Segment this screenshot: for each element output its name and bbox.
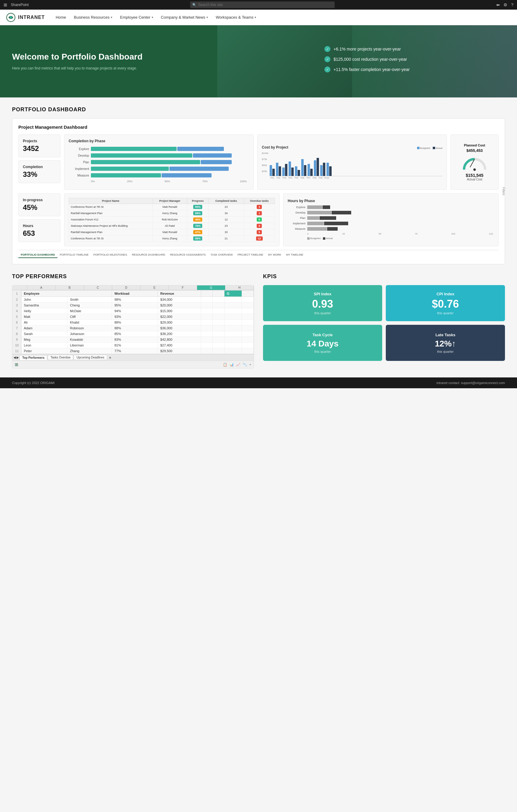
chevron-down-icon: ▾ [207, 16, 208, 19]
nav-company[interactable]: Company & Market News▾ [157, 10, 212, 25]
dashboard-tabs: PORTFOLIO DASHBOARD PORTFOLIO TIMELINE P… [18, 250, 499, 258]
legend-budgeted-color [417, 147, 419, 149]
waffle-icon[interactable]: ⊞ [4, 2, 7, 7]
table-row: Conference Room at 7th St Matt Ronald 95… [69, 204, 275, 210]
widget-title: Project Management Dashboard [18, 124, 499, 129]
phase-row-implement: Implement [71, 167, 247, 171]
inprogress-value: 45% [23, 203, 56, 212]
tab-portfolio-timeline[interactable]: PORTFOLIO TIMELINE [57, 252, 91, 258]
table-row: Rainfall Management Plan Kerry Zhang 88%… [69, 210, 275, 216]
footer-icon-4[interactable]: 📉 [243, 363, 247, 367]
phase-bar-teal [91, 160, 200, 164]
cost-bar-group-6 [301, 159, 306, 176]
tab-resource-dashboard[interactable]: RESOURCE DASHBOARD [129, 252, 168, 258]
footer-icon-5[interactable]: + [249, 363, 251, 367]
cost-bar-group-8 [314, 158, 319, 176]
planned-cost-title: Planned Cost [464, 143, 485, 147]
excel-icon: ⊞ [15, 362, 18, 367]
svg-point-1 [10, 16, 12, 19]
portfolio-title: PORTFOLIO DASHBOARD [12, 107, 505, 113]
tab-portfolio-milestones[interactable]: PORTFOLIO MILESTONES [91, 252, 129, 258]
topbar: ⊞ SharePoint 🔍 ⬅ ⚙ ? [0, 0, 517, 10]
list-item: 9 Meg Kowalski 83% $42,800 [12, 337, 254, 343]
tab-resource-assignments[interactable]: RESOURCE ASSIGNMENTS [168, 252, 208, 258]
search-input[interactable] [190, 1, 335, 8]
chevron-down-icon: ▾ [111, 16, 112, 19]
logo[interactable]: INTRANET [6, 12, 45, 22]
tab-my-timeline[interactable]: MY TIMELINE [284, 252, 306, 258]
nav-business[interactable]: Business Resources▾ [71, 10, 116, 25]
cost-bar-group-2 [276, 163, 281, 176]
actual-cost-label: Actual Cost [467, 178, 482, 181]
search-icon: 🔍 [192, 3, 196, 7]
check-icon: ✓ [324, 46, 330, 52]
filters-label[interactable]: Filters [502, 187, 505, 195]
tab-project-timeline[interactable]: PROJECT TIMELINE [235, 252, 266, 258]
phase-row-explore: Explore [71, 147, 247, 151]
excel-footer-icons: 📋 📊 📈 📉 + [223, 363, 251, 367]
inprogress-label: In-progress [23, 198, 56, 202]
footer-icon-3[interactable]: 📈 [236, 363, 240, 367]
hours-row-explore: Explore [289, 205, 493, 209]
hero-subtitle: Here you can find metrics that will help… [12, 65, 205, 71]
nav-workspaces[interactable]: Workspaces & Teams▾ [212, 10, 260, 25]
footer-icon-1[interactable]: 📋 [223, 363, 227, 367]
add-sheet-icon[interactable]: + [109, 355, 111, 360]
performers-title: TOP PERFORMERS [12, 273, 254, 280]
completion-label: Completion [23, 165, 56, 169]
list-item: 2 John Smith 98% $34,000 [12, 297, 254, 302]
kpi-task-cycle-value: 14 Days [307, 340, 338, 348]
cost-bar-group-1 [270, 165, 275, 176]
kpi-spi: SPI Index 0.93 this quarter [263, 285, 382, 321]
hero-left: Welcome to Portfolio Dashboard Here you … [0, 25, 217, 97]
scroll-left-icon[interactable]: ◀ [13, 356, 16, 359]
actual-cost-value: $151,545 [466, 173, 483, 178]
cost-bar-group-9 [320, 163, 325, 176]
tab-tasks-overdue[interactable]: Tasks Overdue [48, 355, 74, 360]
cost-bar-group-4 [289, 162, 294, 176]
kpi-task-cycle-label: Task Cycle [313, 332, 333, 337]
phase-bar-teal [91, 167, 169, 171]
hero-bullets: ✓ +6.1% more projects year-over-year ✓ $… [324, 46, 410, 77]
stats-grid-bottom: In-progress 45% Hours 653 Project Name P… [18, 193, 499, 246]
main-content: PORTFOLIO DASHBOARD Project Management D… [0, 97, 517, 377]
tab-task-overview[interactable]: TASK OVERVIEW [208, 252, 235, 258]
kpi-cpi-period: this quarter [437, 311, 454, 315]
phase-bar-blue [201, 160, 232, 164]
list-item: 11 Peter Zhang 77% $29,500 [12, 348, 254, 354]
kpi-spi-period: this quarter [314, 311, 331, 315]
phase-bar-teal [91, 153, 192, 157]
scroll-right-icon[interactable]: ▶ [17, 356, 19, 359]
table-row: Stairways Maintenance Project at Hill's … [69, 223, 275, 229]
tab-upcoming-deadlines[interactable]: Upcoming Deadlines [74, 355, 107, 360]
footer-contact: intranet contact: support@origamiconnect… [436, 381, 505, 385]
tab-top-performers[interactable]: Top Performers [20, 355, 47, 360]
tab-portfolio-dashboard[interactable]: PORTFOLIO DASHBOARD [18, 252, 57, 258]
kpi-grid: SPI Index 0.93 this quarter CPI Index $0… [263, 285, 505, 361]
phase-bar-teal [91, 173, 161, 177]
table-row: Conference Room at 7th St Kerry Zhang 98… [69, 235, 275, 242]
completion-phase-title: Completion by Phase [69, 139, 249, 143]
right-stats: In-progress 45% Hours 653 [18, 193, 60, 246]
excel-table: 1 Employee Workload Revenue G 2 [12, 290, 254, 354]
hours-phase-chart: Explore Develop Plan [288, 204, 494, 241]
cost-bars-wrap: P#1 P#2 P#3 P#4 P#5 P#6 P#7 P#8 P#9 P#10 [270, 152, 442, 179]
cost-project-chart: Cost by Project Budgeted Actual $100k $7… [257, 135, 447, 190]
tab-my-work[interactable]: MY WORK [266, 252, 284, 258]
footer-icon-2[interactable]: 📊 [229, 363, 234, 367]
back-icon[interactable]: ⬅ [496, 2, 500, 7]
kpis-section: KPIS SPI Index 0.93 this quarter CPI Ind… [263, 273, 505, 369]
col-project-name: Project Name [69, 198, 153, 204]
settings-icon[interactable]: ⚙ [504, 2, 507, 7]
hero-bullet-2: ✓ $125,000 cost reduction year-over-year [324, 56, 410, 62]
list-item: 10 Leon Liberman 81% $27,400 [12, 343, 254, 348]
phase-chart: Explore Develop Plan [69, 144, 249, 185]
footer: Copyright (c) 2022 ORIGAMI intranet cont… [0, 377, 517, 388]
phase-bar-blue [162, 173, 212, 177]
hero-bullet-3: ✓ +11.5% faster completion year-over-yea… [324, 66, 410, 72]
kpi-late-tasks-label: Late Tasks [435, 332, 455, 337]
help-icon[interactable]: ? [511, 2, 513, 7]
nav-home[interactable]: Home [52, 10, 70, 25]
nav-employee[interactable]: Employee Center▾ [116, 10, 157, 25]
planned-cost-box: Planned Cost $455,453 $151,545 Actual Co… [451, 135, 499, 190]
